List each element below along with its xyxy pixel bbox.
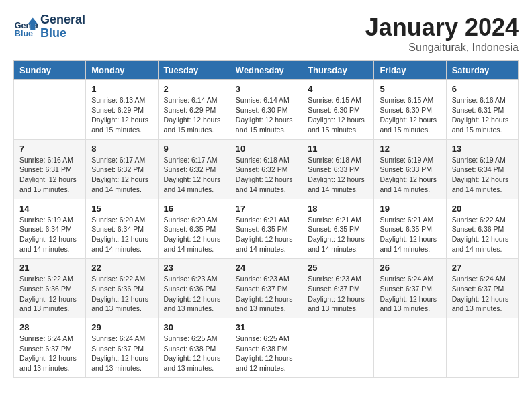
calendar-cell: 13Sunrise: 6:19 AM Sunset: 6:34 PM Dayli… <box>446 139 518 199</box>
day-info: Sunrise: 6:21 AM Sunset: 6:35 PM Dayligh… <box>236 215 296 255</box>
calendar-cell: 22Sunrise: 6:22 AM Sunset: 6:36 PM Dayli… <box>86 259 158 318</box>
day-info: Sunrise: 6:13 AM Sunset: 6:29 PM Dayligh… <box>91 95 152 135</box>
day-info: Sunrise: 6:24 AM Sunset: 6:37 PM Dayligh… <box>19 334 80 373</box>
calendar-cell: 3Sunrise: 6:14 AM Sunset: 6:30 PM Daylig… <box>230 80 302 140</box>
day-info: Sunrise: 6:15 AM Sunset: 6:30 PM Dayligh… <box>380 95 440 135</box>
calendar-cell: 27Sunrise: 6:24 AM Sunset: 6:37 PM Dayli… <box>446 259 518 318</box>
day-number: 21 <box>19 263 80 273</box>
day-info: Sunrise: 6:19 AM Sunset: 6:34 PM Dayligh… <box>19 215 80 255</box>
calendar-cell: 1Sunrise: 6:13 AM Sunset: 6:29 PM Daylig… <box>86 80 158 140</box>
day-number: 24 <box>236 263 296 273</box>
day-info: Sunrise: 6:20 AM Sunset: 6:35 PM Dayligh… <box>164 215 224 255</box>
calendar-week-row: 21Sunrise: 6:22 AM Sunset: 6:36 PM Dayli… <box>14 259 519 318</box>
day-info: Sunrise: 6:20 AM Sunset: 6:34 PM Dayligh… <box>91 215 152 255</box>
day-info: Sunrise: 6:23 AM Sunset: 6:37 PM Dayligh… <box>236 274 296 314</box>
day-info: Sunrise: 6:25 AM Sunset: 6:38 PM Dayligh… <box>236 334 296 373</box>
day-info: Sunrise: 6:16 AM Sunset: 6:31 PM Dayligh… <box>19 155 80 195</box>
day-number: 25 <box>308 263 368 273</box>
day-info: Sunrise: 6:18 AM Sunset: 6:33 PM Dayligh… <box>308 155 368 195</box>
calendar-cell: 2Sunrise: 6:14 AM Sunset: 6:29 PM Daylig… <box>158 80 230 140</box>
day-info: Sunrise: 6:19 AM Sunset: 6:33 PM Dayligh… <box>380 155 440 195</box>
calendar-cell: 30Sunrise: 6:25 AM Sunset: 6:38 PM Dayli… <box>158 318 230 378</box>
day-info: Sunrise: 6:23 AM Sunset: 6:36 PM Dayligh… <box>164 274 224 314</box>
location-subtitle: Sungaiturak, Indonesia <box>365 42 519 54</box>
calendar-cell: 26Sunrise: 6:24 AM Sunset: 6:37 PM Dayli… <box>374 259 446 318</box>
day-number: 6 <box>452 84 513 94</box>
calendar-cell: 11Sunrise: 6:18 AM Sunset: 6:33 PM Dayli… <box>302 139 374 199</box>
day-info: Sunrise: 6:19 AM Sunset: 6:34 PM Dayligh… <box>452 155 513 195</box>
calendar-cell: 31Sunrise: 6:25 AM Sunset: 6:38 PM Dayli… <box>230 318 302 378</box>
day-info: Sunrise: 6:17 AM Sunset: 6:32 PM Dayligh… <box>91 155 152 195</box>
calendar-week-row: 7Sunrise: 6:16 AM Sunset: 6:31 PM Daylig… <box>14 139 519 199</box>
day-info: Sunrise: 6:24 AM Sunset: 6:37 PM Dayligh… <box>380 274 440 314</box>
day-number: 15 <box>91 203 152 214</box>
day-info: Sunrise: 6:15 AM Sunset: 6:30 PM Dayligh… <box>308 95 368 135</box>
day-number: 10 <box>236 144 296 154</box>
header-thursday: Thursday <box>302 61 374 80</box>
day-number: 26 <box>380 263 440 273</box>
calendar-cell: 17Sunrise: 6:21 AM Sunset: 6:35 PM Dayli… <box>230 199 302 259</box>
day-number: 20 <box>452 203 513 214</box>
day-number: 16 <box>164 203 224 214</box>
day-info: Sunrise: 6:24 AM Sunset: 6:37 PM Dayligh… <box>91 334 152 373</box>
day-number: 2 <box>164 84 224 94</box>
day-number: 29 <box>91 322 152 332</box>
calendar-cell: 28Sunrise: 6:24 AM Sunset: 6:37 PM Dayli… <box>14 318 86 378</box>
day-info: Sunrise: 6:24 AM Sunset: 6:37 PM Dayligh… <box>452 274 513 314</box>
day-info: Sunrise: 6:17 AM Sunset: 6:32 PM Dayligh… <box>164 155 224 195</box>
day-info: Sunrise: 6:14 AM Sunset: 6:29 PM Dayligh… <box>164 95 224 135</box>
calendar-week-row: 28Sunrise: 6:24 AM Sunset: 6:37 PM Dayli… <box>14 318 519 378</box>
calendar-cell: 14Sunrise: 6:19 AM Sunset: 6:34 PM Dayli… <box>14 199 86 259</box>
day-number: 19 <box>380 203 440 214</box>
day-number: 22 <box>91 263 152 273</box>
day-number: 1 <box>91 84 152 94</box>
day-number: 9 <box>164 144 224 154</box>
day-info: Sunrise: 6:22 AM Sunset: 6:36 PM Dayligh… <box>91 274 152 314</box>
calendar-cell <box>14 80 86 140</box>
logo: General Blue General Blue <box>13 13 85 40</box>
calendar-cell: 6Sunrise: 6:16 AM Sunset: 6:31 PM Daylig… <box>446 80 518 140</box>
day-number: 28 <box>19 322 80 332</box>
svg-text:Blue: Blue <box>15 29 33 38</box>
day-info: Sunrise: 6:25 AM Sunset: 6:38 PM Dayligh… <box>164 334 224 373</box>
day-number: 31 <box>236 322 296 332</box>
calendar-cell: 4Sunrise: 6:15 AM Sunset: 6:30 PM Daylig… <box>302 80 374 140</box>
calendar-table: SundayMondayTuesdayWednesdayThursdayFrid… <box>13 60 519 378</box>
day-number: 3 <box>236 84 296 94</box>
calendar-cell: 7Sunrise: 6:16 AM Sunset: 6:31 PM Daylig… <box>14 139 86 199</box>
header-saturday: Saturday <box>446 61 518 80</box>
header-sunday: Sunday <box>14 61 86 80</box>
title-block: January 2024 Sungaiturak, Indonesia <box>365 13 519 54</box>
calendar-cell: 9Sunrise: 6:17 AM Sunset: 6:32 PM Daylig… <box>158 139 230 199</box>
day-info: Sunrise: 6:22 AM Sunset: 6:36 PM Dayligh… <box>19 274 80 314</box>
calendar-cell: 16Sunrise: 6:20 AM Sunset: 6:35 PM Dayli… <box>158 199 230 259</box>
header-monday: Monday <box>86 61 158 80</box>
calendar-cell <box>446 318 518 378</box>
header-tuesday: Tuesday <box>158 61 230 80</box>
day-number: 23 <box>164 263 224 273</box>
day-number: 14 <box>19 203 80 214</box>
day-number: 4 <box>308 84 368 94</box>
calendar-cell: 5Sunrise: 6:15 AM Sunset: 6:30 PM Daylig… <box>374 80 446 140</box>
calendar-cell: 8Sunrise: 6:17 AM Sunset: 6:32 PM Daylig… <box>86 139 158 199</box>
calendar-week-row: 1Sunrise: 6:13 AM Sunset: 6:29 PM Daylig… <box>14 80 519 140</box>
day-info: Sunrise: 6:22 AM Sunset: 6:36 PM Dayligh… <box>452 215 513 255</box>
calendar-cell <box>302 318 374 378</box>
day-number: 12 <box>380 144 440 154</box>
day-number: 5 <box>380 84 440 94</box>
day-number: 13 <box>452 144 513 154</box>
calendar-cell: 12Sunrise: 6:19 AM Sunset: 6:33 PM Dayli… <box>374 139 446 199</box>
calendar-cell: 15Sunrise: 6:20 AM Sunset: 6:34 PM Dayli… <box>86 199 158 259</box>
day-number: 17 <box>236 203 296 214</box>
calendar-cell: 21Sunrise: 6:22 AM Sunset: 6:36 PM Dayli… <box>14 259 86 318</box>
day-info: Sunrise: 6:23 AM Sunset: 6:37 PM Dayligh… <box>308 274 368 314</box>
day-info: Sunrise: 6:21 AM Sunset: 6:35 PM Dayligh… <box>308 215 368 255</box>
day-number: 30 <box>164 322 224 332</box>
calendar-cell: 24Sunrise: 6:23 AM Sunset: 6:37 PM Dayli… <box>230 259 302 318</box>
day-info: Sunrise: 6:21 AM Sunset: 6:35 PM Dayligh… <box>380 215 440 255</box>
calendar-week-row: 14Sunrise: 6:19 AM Sunset: 6:34 PM Dayli… <box>14 199 519 259</box>
calendar-cell: 23Sunrise: 6:23 AM Sunset: 6:36 PM Dayli… <box>158 259 230 318</box>
header-wednesday: Wednesday <box>230 61 302 80</box>
day-number: 11 <box>308 144 368 154</box>
month-year-title: January 2024 <box>365 13 519 42</box>
